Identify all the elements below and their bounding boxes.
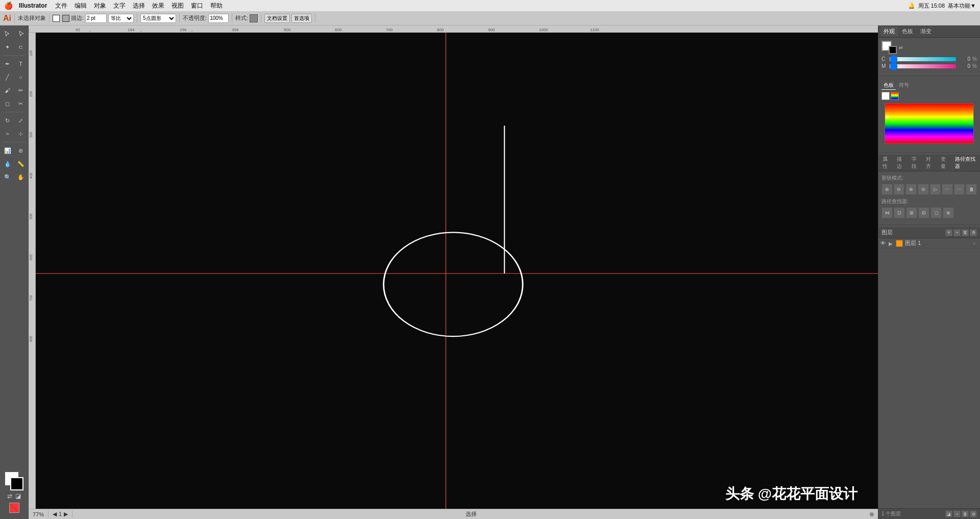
align-tab-field[interactable]: 字段 [910, 155, 922, 170]
layers-footer-btn-2[interactable]: + [953, 510, 961, 517]
swatch-tab-color[interactable]: 色板 [881, 81, 896, 90]
menu-help[interactable]: 帮助 [210, 2, 223, 10]
menu-object[interactable]: 对象 [94, 2, 106, 10]
expand-btn[interactable]: ▷ [930, 184, 941, 195]
align-tab-attr[interactable]: 属性 [880, 155, 893, 170]
page-nav[interactable]: ◀ 1 ▶ [53, 511, 68, 517]
menu-edit[interactable]: 编辑 [75, 2, 87, 10]
c-slider[interactable] [890, 57, 956, 61]
bg-swatch[interactable] [889, 46, 897, 54]
tab-appearance[interactable]: 外观 [880, 27, 898, 36]
layers-ctrl-1[interactable]: ≡ [945, 229, 952, 236]
unite-btn[interactable]: ⊕ [881, 184, 893, 195]
style-swatch[interactable] [250, 14, 258, 22]
toolbox-sep-2 [3, 112, 26, 112]
swatch-tab-symbol[interactable]: 符号 [897, 81, 911, 90]
menu-window[interactable]: 窗口 [191, 2, 203, 10]
layer-name[interactable]: 图层 1 [905, 239, 971, 247]
stroke-value-input[interactable] [85, 14, 107, 23]
layers-footer-btn-1[interactable]: ◪ [945, 510, 952, 517]
ellipse-tool[interactable]: ○ [15, 71, 27, 83]
layers-footer-btn-3[interactable]: 🗑 [962, 510, 969, 517]
divide-btn[interactable]: ⋈ [881, 207, 893, 218]
menu-text[interactable]: 文字 [113, 2, 126, 10]
symbol-tool[interactable]: ⊛ [15, 144, 27, 157]
canvas-area[interactable] [36, 33, 878, 509]
swap-icon[interactable]: ⇄ [899, 45, 903, 50]
layer-lock-icon[interactable]: ○ [973, 241, 978, 246]
scale-tool[interactable]: ⤢ [15, 114, 27, 127]
color-gradient-picker[interactable] [885, 103, 974, 144]
background-color[interactable] [10, 477, 23, 490]
spectrum-swatch[interactable] [891, 92, 899, 100]
artboard[interactable] [36, 33, 878, 509]
menu-file[interactable]: 文件 [55, 2, 67, 10]
hand-tool[interactable]: ✋ [15, 171, 27, 183]
direct-selection-tool[interactable] [15, 28, 27, 40]
white-swatch[interactable] [881, 92, 890, 100]
pf-option-btn[interactable]: ⋯ [954, 184, 965, 195]
pen-tool[interactable]: ✒ [2, 58, 14, 70]
page-next-btn[interactable]: ▶ [64, 511, 68, 517]
zoom-tool[interactable]: 🔍 [2, 171, 14, 183]
magic-wand-tool[interactable]: ✦ [2, 41, 14, 53]
align-tab-align[interactable]: 对齐 [924, 155, 936, 170]
layer-visibility-icon[interactable]: 👁 [880, 240, 887, 246]
align-tab-var[interactable]: 变量 [939, 155, 951, 170]
type-tool[interactable]: T [15, 58, 27, 70]
crop-btn[interactable]: ⊟ [918, 207, 929, 218]
stroke-type-select[interactable]: 等比 [108, 14, 134, 23]
eyedropper-tool[interactable]: 💧 [2, 158, 14, 170]
menu-select[interactable]: 选择 [133, 2, 145, 10]
canvas-container[interactable]: 未标题-2* @ 77% (CMYK/预览) 92 194 296 398 50… [29, 26, 878, 519]
tab-swatches[interactable]: 色板 [899, 27, 916, 36]
layout-button[interactable]: 基本功能▼ [948, 2, 976, 10]
trim-btn[interactable]: ⊡ [894, 207, 905, 218]
layer-row-1[interactable]: 👁 ▶ 图层 1 ○ [878, 238, 980, 249]
graph-tool[interactable]: 📊 [2, 144, 14, 157]
layers-footer-btn-4[interactable]: ⚙ [970, 510, 977, 517]
align-tab-stroke[interactable]: 描边 [895, 155, 907, 170]
first-btn[interactable]: 首选项 [291, 14, 312, 23]
menu-view[interactable]: 视图 [172, 2, 184, 10]
paintbrush-tool[interactable]: 🖌 [2, 84, 14, 96]
line-tool[interactable]: ╱ [2, 71, 14, 83]
selection-tool[interactable] [2, 28, 14, 40]
scroll-indicator [870, 512, 874, 516]
apple-logo[interactable]: 🍎 [4, 2, 13, 10]
outline-btn[interactable]: ◻ [930, 207, 942, 218]
pencil-tool[interactable]: ✏ [15, 84, 27, 96]
minus-back-btn[interactable]: ⊕ [943, 207, 954, 218]
none-color-box[interactable] [9, 503, 19, 513]
tab-gradient[interactable]: 渐变 [917, 27, 935, 36]
m-slider[interactable] [890, 64, 956, 68]
pf-more-btn[interactable]: ⋯ [942, 184, 953, 195]
opacity-value-input[interactable] [208, 14, 229, 23]
intersect-btn[interactable]: ⊗ [905, 184, 917, 195]
swatch-tabs: 色板 符号 [881, 81, 977, 90]
doc-settings-btn[interactable]: 文档设置 [264, 14, 290, 23]
pf-trash-btn[interactable]: 🗑 [966, 184, 977, 195]
menu-effect[interactable]: 效果 [152, 2, 164, 10]
scissor-tool[interactable]: ✂ [15, 97, 27, 110]
stroke-color-swatch[interactable] [53, 15, 60, 22]
free-transform-tool[interactable]: ⊹ [15, 128, 27, 140]
eraser-tool[interactable]: ◻ [2, 97, 14, 110]
merge-btn[interactable]: ⊞ [906, 207, 917, 218]
lasso-tool[interactable]: ⊂ [15, 41, 27, 53]
exclude-btn[interactable]: ⊘ [918, 184, 929, 195]
rotate-tool[interactable]: ↻ [2, 114, 14, 127]
layer-expand-icon[interactable]: ▶ [889, 241, 894, 246]
measure-tool[interactable]: 📏 [15, 158, 27, 170]
warp-tool[interactable]: ≈ [2, 128, 14, 140]
minus-front-btn[interactable]: ⊖ [894, 184, 905, 195]
default-colors-icon[interactable]: ◪ [15, 492, 21, 500]
swap-colors-icon[interactable]: ⇄ [7, 492, 12, 500]
page-prev-btn[interactable]: ◀ [53, 511, 57, 517]
layers-ctrl-4[interactable]: ⚙ [970, 229, 977, 236]
shape-select[interactable]: 5点圆形 [140, 14, 176, 23]
layers-ctrl-2[interactable]: + [953, 229, 961, 236]
fill-color-swatch[interactable] [62, 15, 69, 22]
align-tab-pathfinder[interactable]: 路径查找器 [953, 155, 978, 170]
layers-ctrl-3[interactable]: 🗑 [962, 229, 969, 236]
